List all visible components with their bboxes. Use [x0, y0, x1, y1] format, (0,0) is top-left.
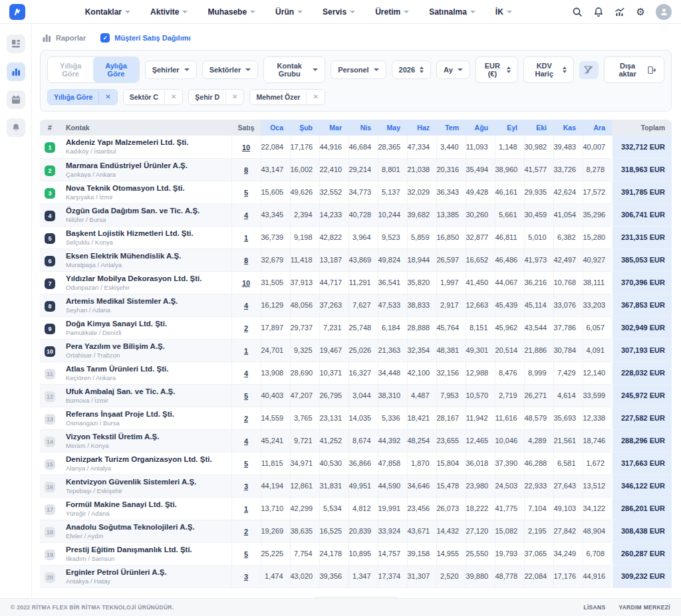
sidebar-item-reports[interactable] [7, 62, 25, 81]
sales-count-link[interactable]: 2 [244, 528, 248, 536]
filter-sektörler[interactable]: Sektörler [202, 60, 259, 79]
header-month-kas[interactable]: Kas [553, 120, 583, 136]
sales-count-link[interactable]: 1 [244, 505, 248, 513]
header-month-ağu[interactable]: Ağu [466, 120, 495, 136]
sidebar-item-calendar[interactable] [7, 90, 25, 109]
table-row[interactable]: 14Vizyon Tekstil Üretim A.Ş.Meram / Kony… [40, 429, 672, 452]
header-month-nis[interactable]: Nis [348, 120, 378, 136]
chip-remove-button[interactable]: ✕ [98, 90, 116, 104]
header-month-tem[interactable]: Tem [436, 120, 466, 136]
nav-item-kontaklar[interactable]: Kontaklar [85, 7, 130, 17]
table-row[interactable]: 3Nova Teknik Otomasyon Ltd. Şti.Karşıyak… [40, 181, 672, 203]
sales-count-link[interactable]: 2 [244, 415, 248, 423]
contact-name[interactable]: Eksen Elektrik Mühendislik A.Ş. [66, 252, 231, 260]
contact-name[interactable]: Özgün Gıda Dağıtım San. ve Tic. A.Ş. [66, 207, 231, 215]
contact-name[interactable]: Kentvizyon Güvenlik Sistemleri A.Ş. [66, 478, 231, 486]
sales-count-link[interactable]: 1 [244, 234, 248, 242]
sales-count-link[interactable]: 4 [244, 369, 248, 377]
license-link[interactable]: LİSANS [583, 604, 605, 611]
sales-count-link[interactable]: 4 [244, 302, 248, 310]
contact-name[interactable]: Atlas Tarım Ürünleri Ltd. Şti. [66, 365, 231, 373]
filter-kontak-grubu[interactable]: Kontak Grubu [263, 56, 325, 83]
contact-name[interactable]: Formül Makine Sanayi Ltd. Şti. [66, 500, 231, 508]
filter-personel[interactable]: Personel [331, 60, 386, 79]
contact-name[interactable]: Anadolu Soğutma Teknolojileri A.Ş. [66, 523, 231, 531]
table-row[interactable]: 16Kentvizyon Güvenlik Sistemleri A.Ş.Tep… [40, 474, 672, 497]
contact-name[interactable]: Marmara Endüstriyel Ürünler A.Ş. [66, 161, 231, 169]
chip-remove-button[interactable]: ✕ [225, 90, 243, 104]
contact-name[interactable]: Ufuk Ambalaj San. ve Tic. A.Ş. [66, 387, 231, 395]
header-month-haz[interactable]: Haz [407, 120, 436, 136]
contact-name[interactable]: Erginler Petrol Ürünleri A.Ş. [66, 568, 231, 576]
chip-remove-button[interactable]: ✕ [164, 90, 182, 104]
sidebar-item-dashboard[interactable] [7, 35, 25, 53]
stats-icon[interactable] [614, 7, 626, 17]
table-row[interactable]: 4Özgün Gıda Dağıtım San. ve Tic. A.Ş.Nil… [40, 203, 672, 226]
filter-2026[interactable]: 2026 [392, 60, 431, 79]
table-row[interactable]: 9Doğa Kimya Sanayi Ltd. Şti.Pamukkale / … [40, 316, 672, 339]
contact-name[interactable]: Pera Yazılım ve Bilişim A.Ş. [66, 342, 231, 350]
nav-item-aktivite[interactable]: Aktivite [150, 7, 188, 17]
header-month-oca[interactable]: Oca [261, 120, 290, 136]
contact-name[interactable]: Vizyon Tekstil Üretim A.Ş. [66, 433, 231, 441]
header-month-eyl[interactable]: Eyl [495, 120, 524, 136]
contact-name[interactable]: Prestij Eğitim Danışmanlık Ltd. Şti. [66, 546, 231, 554]
table-row[interactable]: 13Referans İnşaat Proje Ltd. Şti.Osmanga… [40, 407, 672, 429]
table-row[interactable]: 19Prestij Eğitim Danışmanlık Ltd. Şti.İl… [40, 542, 672, 565]
table-row[interactable]: 1Akdeniz Yapı Malzemeleri Ltd. Şti.Kadık… [40, 136, 672, 158]
toggle-yıllığa-göre[interactable]: Yıllığa Göre [48, 57, 93, 82]
sales-count-link[interactable]: 5 [244, 460, 248, 468]
nav-item-ürün[interactable]: Ürün [275, 7, 303, 17]
nav-item-i-k[interactable]: İK [495, 7, 512, 17]
filter-kdv-hariç[interactable]: KDV Hariç [523, 56, 574, 83]
table-row[interactable]: 8Artemis Medikal Sistemler A.Ş.Seyhan / … [40, 294, 672, 316]
table-row[interactable]: 6Eksen Elektrik Mühendislik A.Ş.Muratpaş… [40, 249, 672, 271]
contact-name[interactable]: Doğa Kimya Sanayi Ltd. Şti. [66, 320, 231, 328]
app-logo[interactable] [9, 4, 25, 20]
contact-name[interactable]: Referans İnşaat Proje Ltd. Şti. [66, 410, 231, 418]
header-month-eki[interactable]: Eki [524, 120, 553, 136]
help-center-link[interactable]: YARDIM MERKEZİ [618, 604, 670, 611]
contact-name[interactable]: Yıldızlar Mobilya Dekorasyon Ltd. Şti. [66, 274, 231, 282]
filter-ay[interactable]: Ay [436, 60, 470, 79]
sales-count-link[interactable]: 8 [244, 257, 248, 264]
export-button[interactable]: Dışa aktar [604, 56, 664, 83]
sales-count-link[interactable]: 10 [242, 144, 250, 152]
contact-name[interactable]: Nova Teknik Otomasyon Ltd. Şti. [66, 184, 231, 192]
contact-name[interactable]: Artemis Medikal Sistemler A.Ş. [66, 297, 231, 305]
sales-count-link[interactable]: 3 [244, 482, 248, 490]
table-row[interactable]: 20Erginler Petrol Ürünleri A.Ş.Antakya /… [40, 565, 672, 587]
table-row[interactable]: 7Yıldızlar Mobilya Dekorasyon Ltd. Şti.O… [40, 271, 672, 294]
nav-item-servis[interactable]: Servis [323, 7, 355, 17]
header-month-şub[interactable]: Şub [290, 120, 319, 136]
sales-count-link[interactable]: 5 [244, 392, 248, 400]
avatar[interactable] [656, 4, 672, 20]
search-icon[interactable] [572, 7, 583, 17]
header-month-mar[interactable]: Mar [319, 120, 348, 136]
table-row[interactable]: 15Denizpark Turizm Organizasyon Ltd. Şti… [40, 452, 672, 474]
header-month-may[interactable]: May [378, 120, 407, 136]
sales-count-link[interactable]: 3 [244, 573, 248, 581]
nav-item-satınalma[interactable]: Satınalma [429, 7, 476, 17]
table-row[interactable]: 5Başkent Lojistik Hizmetleri Ltd. Şti.Se… [40, 226, 672, 249]
breadcrumb-current[interactable]: ✓ Müşteri Satış Dağılımı [100, 33, 190, 43]
chip-remove-button[interactable]: ✕ [306, 90, 324, 104]
sidebar-item-notifications[interactable] [7, 118, 25, 137]
gear-icon[interactable]: ⚙ [636, 7, 645, 17]
clear-filters-button[interactable] [579, 61, 599, 79]
contact-name[interactable]: Başkent Lojistik Hizmetleri Ltd. Şti. [66, 229, 231, 237]
nav-item-muhasebe[interactable]: Muhasebe [207, 7, 255, 17]
sales-count-link[interactable]: 5 [244, 550, 248, 558]
sales-count-link[interactable]: 1 [244, 347, 248, 355]
contact-name[interactable]: Akdeniz Yapı Malzemeleri Ltd. Şti. [66, 138, 231, 146]
table-row[interactable]: 17Formül Makine Sanayi Ltd. Şti.Yüreğir … [40, 497, 672, 520]
breadcrumb-reports[interactable]: Raporlar [43, 34, 86, 42]
bell-icon[interactable] [593, 7, 604, 17]
table-row[interactable]: 12Ufuk Ambalaj San. ve Tic. A.Ş.Bornova … [40, 384, 672, 407]
toggle-aylığa-göre[interactable]: Aylığa Göre [93, 57, 138, 82]
filter-şehirler[interactable]: Şehirler [145, 60, 197, 79]
table-row[interactable]: 18Anadolu Soğutma Teknolojileri A.Ş.Efel… [40, 520, 672, 542]
filter-eur-(€)[interactable]: EUR (€) [476, 56, 518, 83]
sales-count-link[interactable]: 8 [244, 166, 248, 174]
sales-count-link[interactable]: 5 [244, 189, 248, 197]
